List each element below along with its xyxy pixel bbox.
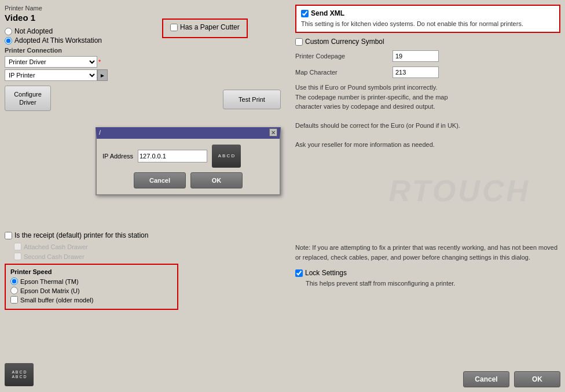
lock-note: This helps prevent staff from misconfigu… bbox=[306, 279, 560, 288]
printer-codepage-row: Printer Codepage bbox=[295, 50, 560, 62]
epson-dot-row: Epson Dot Matrix (U) bbox=[10, 287, 173, 294]
printer-codepage-label: Printer Codepage bbox=[295, 53, 388, 60]
printer-connection-label: Printer Connection bbox=[5, 47, 155, 54]
receipt-label: Is the receipt (default) printer for thi… bbox=[14, 231, 148, 239]
second-cash-drawer-label: Second Cash Drawer bbox=[24, 253, 85, 260]
ip-printer-row: IP Printer ► bbox=[5, 69, 155, 81]
ip-cancel-button[interactable]: Cancel bbox=[134, 172, 186, 188]
configure-driver-label: ConfigureDriver bbox=[14, 90, 42, 107]
cash-drawer-label: Attached Cash Drawer bbox=[24, 243, 88, 250]
ip-dialog-close-button[interactable]: ✕ bbox=[269, 128, 277, 136]
left-panel: Printer Name Video 1 Not Adopted Adopted… bbox=[5, 5, 155, 111]
epson-dot-radio[interactable] bbox=[10, 287, 18, 294]
bottom-left-panel: Is the receipt (default) printer for thi… bbox=[5, 231, 178, 310]
page-title: Video 1 bbox=[5, 13, 155, 23]
small-buffer-row: Small buffer (older model) bbox=[10, 296, 173, 304]
ip-address-label: IP Address bbox=[102, 153, 133, 160]
custom-currency-row: Custom Currency Symbol bbox=[295, 38, 560, 46]
send-xml-label: Send XML bbox=[311, 9, 344, 17]
cash-drawer-row: Attached Cash Drawer bbox=[14, 243, 178, 250]
custom-currency-label: Custom Currency Symbol bbox=[305, 38, 384, 46]
paper-cutter-row: Has a Paper Cutter bbox=[170, 23, 240, 31]
action-buttons: Cancel OK bbox=[463, 371, 560, 387]
paper-cutter-box: Has a Paper Cutter bbox=[162, 19, 248, 38]
printer-codepage-input[interactable] bbox=[392, 50, 439, 62]
printer-speed-box: Printer Speed Epson Thermal (TM) Epson D… bbox=[5, 264, 178, 310]
map-character-input[interactable] bbox=[392, 66, 439, 78]
ip-dialog-title: / bbox=[99, 129, 101, 136]
not-adopted-label: Not Adopted bbox=[14, 27, 53, 35]
second-cash-drawer-row: Second Cash Drawer bbox=[14, 253, 178, 260]
map-character-row: Map Character bbox=[295, 66, 560, 78]
printer-speed-label: Printer Speed bbox=[10, 268, 173, 275]
note-text: Note: If you are attempting to fix a pri… bbox=[295, 243, 560, 262]
info-text-block: Use this if Euro or Pound symbols print … bbox=[295, 83, 560, 150]
cash-drawer-checkbox[interactable] bbox=[14, 243, 21, 250]
printer-driver-select[interactable]: Printer Driver bbox=[5, 56, 97, 68]
ip-address-input[interactable] bbox=[138, 150, 207, 162]
ip-address-dialog: / ✕ IP Address A B C D Cancel OK bbox=[96, 127, 281, 195]
adopted-radio[interactable] bbox=[5, 37, 12, 45]
paper-cutter-checkbox[interactable] bbox=[170, 24, 178, 31]
small-buffer-label: Small buffer (older model) bbox=[20, 297, 93, 304]
lock-settings-label: Lock Settings bbox=[305, 269, 347, 277]
watermark: RTOUCH bbox=[388, 173, 530, 208]
right-panel: Send XML This setting is for kitchen vid… bbox=[295, 5, 560, 153]
lock-settings-row: Lock Settings bbox=[295, 269, 560, 277]
map-character-label: Map Character bbox=[295, 69, 388, 76]
send-xml-box: Send XML This setting is for kitchen vid… bbox=[295, 5, 560, 33]
custom-currency-checkbox[interactable] bbox=[295, 38, 303, 46]
epson-thermal-radio[interactable] bbox=[10, 278, 18, 285]
send-xml-note: This setting is for kitchen video system… bbox=[301, 20, 555, 28]
ip-printer-select[interactable]: IP Printer bbox=[5, 69, 97, 81]
epson-dot-label: Epson Dot Matrix (U) bbox=[20, 287, 80, 294]
epson-thermal-row: Epson Thermal (TM) bbox=[10, 278, 173, 285]
ip-ok-button[interactable]: OK bbox=[190, 172, 243, 188]
cancel-button[interactable]: Cancel bbox=[463, 371, 509, 387]
not-adopted-radio[interactable] bbox=[5, 28, 12, 35]
printer-preview-icon: A B C D bbox=[212, 145, 241, 168]
ip-dialog-titlebar: / ✕ bbox=[97, 128, 280, 136]
ip-printer-arrow[interactable]: ► bbox=[97, 69, 108, 81]
test-print-button[interactable]: Test Print bbox=[223, 90, 281, 109]
lock-settings-box: Lock Settings This helps prevent staff f… bbox=[295, 269, 560, 288]
epson-thermal-label: Epson Thermal (TM) bbox=[20, 278, 79, 285]
adoption-radio-group: Not Adopted Adopted At This Workstation bbox=[5, 27, 155, 45]
small-buffer-checkbox[interactable] bbox=[10, 296, 18, 304]
printer-connection-box: Printer Driver * IP Printer ► bbox=[5, 56, 155, 81]
adopted-label: Adopted At This Workstation bbox=[14, 36, 102, 45]
configure-driver-button[interactable]: ConfigureDriver bbox=[5, 86, 51, 111]
adopted-radio-item: Adopted At This Workstation bbox=[5, 36, 155, 45]
ip-dialog-content: IP Address A B C D Cancel OK bbox=[97, 139, 280, 194]
bottom-right-panel: Note: If you are attempting to fix a pri… bbox=[295, 243, 560, 290]
ip-dialog-buttons: Cancel OK bbox=[102, 172, 274, 188]
printer-name-label: Printer Name bbox=[5, 5, 155, 12]
receipt-checkbox[interactable] bbox=[5, 232, 12, 239]
driver-row: Printer Driver * bbox=[5, 56, 155, 68]
send-xml-checkbox[interactable] bbox=[301, 10, 309, 17]
send-xml-row: Send XML bbox=[301, 9, 555, 17]
receipt-row: Is the receipt (default) printer for thi… bbox=[5, 231, 178, 239]
main-container: Printer Name Video 1 Not Adopted Adopted… bbox=[0, 0, 565, 392]
lock-settings-checkbox[interactable] bbox=[295, 269, 303, 277]
bottom-printer-icon: A B C D A B C D bbox=[5, 363, 34, 386]
paper-cutter-label: Has a Paper Cutter bbox=[180, 23, 240, 31]
not-adopted-radio-item: Not Adopted bbox=[5, 27, 155, 35]
asterisk-indicator: * bbox=[98, 58, 101, 65]
ip-address-row: IP Address A B C D bbox=[102, 145, 274, 168]
second-cash-drawer-checkbox[interactable] bbox=[14, 253, 21, 260]
ok-button[interactable]: OK bbox=[514, 371, 560, 387]
